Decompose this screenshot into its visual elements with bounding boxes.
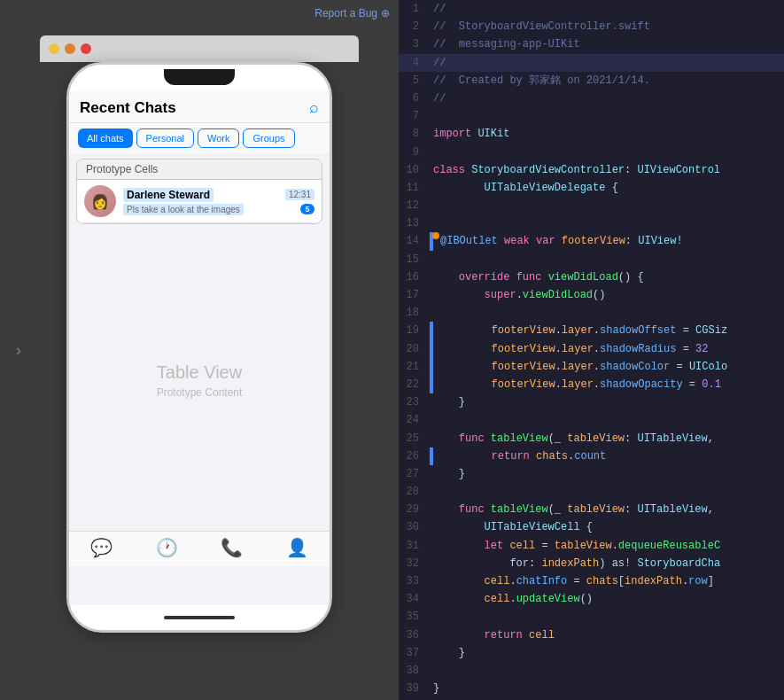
tab-recent[interactable]: 🕐 [135,537,200,559]
code-line-33: 33 cell.chatInfo = chats[indexPath.row] [399,572,784,590]
nav-title: Recent Chats [80,99,176,117]
minimize-button[interactable] [49,43,59,54]
simulator-panel: Report a Bug ⊕ › Recent Chats ⌕ All chat… [0,0,399,700]
code-line-28: 28 [399,483,784,501]
code-line-1: 1 // [399,0,784,18]
recent-tab-icon: 🕐 [156,537,178,558]
code-line-35: 35 [399,608,784,626]
segment-groups[interactable]: Groups [243,128,294,148]
tab-calls[interactable]: 📞 [199,537,265,559]
phone-bottom [69,605,330,630]
code-area[interactable]: 1 // 2 // StoryboardViewController.swift… [399,0,784,700]
code-line-7: 7 [399,107,784,125]
code-line-16: 16 override func viewDidLoad() { [399,268,784,286]
code-line-18: 18 [399,304,784,322]
calls-tab-icon: 📞 [221,537,243,558]
chat-info: Darlene Steward 12:31 Pls take a look at… [123,188,314,215]
chat-name-row: Darlene Steward 12:31 [123,188,314,202]
code-line-23: 23 } [399,393,784,411]
avatar-image: 👩 [84,185,116,217]
prototype-content-label: Prototype Content [157,386,243,399]
table-view-placeholder: Table View Prototype Content [69,229,330,531]
code-line-4: 4 // [399,54,784,72]
code-line-8: 8 import UIKit [399,125,784,143]
code-line-5: 5 // Created by 郭家銘 on 2021/1/14. [399,72,784,89]
zoom-button[interactable] [65,43,75,54]
code-line-29: 29 func tableView(_ tableView: UITableVi… [399,501,784,518]
app-screen: Recent Chats ⌕ All chats Personal Work G… [69,91,330,605]
code-line-11: 11 UITableViewDelegate { [399,179,784,197]
code-line-30: 30 UITableViewCell { [399,518,784,536]
segment-all-chats[interactable]: All chats [78,128,133,148]
code-line-3: 3 // messaging-app-UIKit [399,35,784,53]
code-editor-panel: 1 // 2 // StoryboardViewController.swift… [399,0,784,700]
home-indicator [164,616,235,619]
code-line-27: 27 } [399,465,784,483]
chat-tab-icon: 💬 [90,537,113,558]
chat-preview: Pls take a look at the images [123,204,244,215]
phone-top [69,65,330,91]
code-line-6: 6 // [399,89,784,107]
code-line-13: 13 [399,214,784,232]
chat-name: Darlene Steward [123,188,213,202]
segment-control: All chats Personal Work Groups [69,123,330,153]
code-line-34: 34 cell.updateView() [399,590,784,608]
code-line-9: 9 [399,144,784,161]
prototype-section: Prototype Cells 👩 Darlene Steward 12:31 … [76,159,322,224]
search-icon[interactable]: ⌕ [309,98,319,117]
report-bug-link[interactable]: Report a Bug ⊕ [314,7,390,19]
unread-badge: 5 [300,204,314,214]
segment-personal[interactable]: Personal [136,128,194,148]
code-line-22: 22 footerView.layer.shadowOpacity = 0.1 [399,376,784,393]
top-bar: Report a Bug ⊕ [0,0,399,27]
code-line-36: 36 return cell [399,626,784,644]
code-line-24: 24 [399,411,784,429]
tab-bar: 💬 🕐 📞 👤 [69,531,330,566]
code-line-14: 14 @IBOutlet weak var footerView: UIView… [399,232,784,250]
code-line-26: 26 return chats.count [399,447,784,465]
prototype-header: Prototype Cells [77,159,322,180]
code-line-15: 15 [399,251,784,268]
code-line-39: 39 } [399,680,784,697]
code-line-25: 25 func tableView(_ tableView: UITableVi… [399,430,784,447]
chat-row[interactable]: 👩 Darlene Steward 12:31 Pls take a look … [77,180,322,223]
tab-profile[interactable]: 👤 [265,537,330,559]
notch [164,69,235,85]
profile-tab-icon: 👤 [286,537,308,558]
code-line-38: 38 [399,662,784,680]
code-line-2: 2 // StoryboardViewController.swift [399,18,784,35]
segment-work[interactable]: Work [198,128,239,148]
code-line-17: 17 super.viewDidLoad() [399,286,784,304]
tab-chats[interactable]: 💬 [69,537,135,559]
report-bug-label: Report a Bug [314,7,377,19]
code-line-12: 12 [399,197,784,214]
code-line-21: 21 footerView.layer.shadowColor = UIColo [399,358,784,376]
code-line-10: 10 class StoryboardViewController: UIVie… [399,161,784,179]
code-line-31: 31 let cell = tableView.dequeueReusableC [399,537,784,555]
code-line-19: 19 footerView.layer.shadowOffset = CGSiz [399,322,784,339]
phone-frame: Recent Chats ⌕ All chats Personal Work G… [66,62,332,633]
simulator-arrow: › [16,341,21,360]
nav-bar: Recent Chats ⌕ [69,91,330,123]
code-line-32: 32 for: indexPath) as! StoryboardCha [399,555,784,572]
window-chrome [40,35,359,62]
chat-time: 12:31 [285,189,314,200]
code-line-20: 20 footerView.layer.shadowRadius = 32 [399,340,784,358]
table-view-label: Table View [157,362,242,383]
report-bug-icon: ⊕ [381,7,390,19]
close-button[interactable] [81,43,91,54]
code-line-37: 37 } [399,644,784,662]
avatar: 👩 [84,185,116,217]
chat-preview-row: Pls take a look at the images 5 [123,204,314,215]
